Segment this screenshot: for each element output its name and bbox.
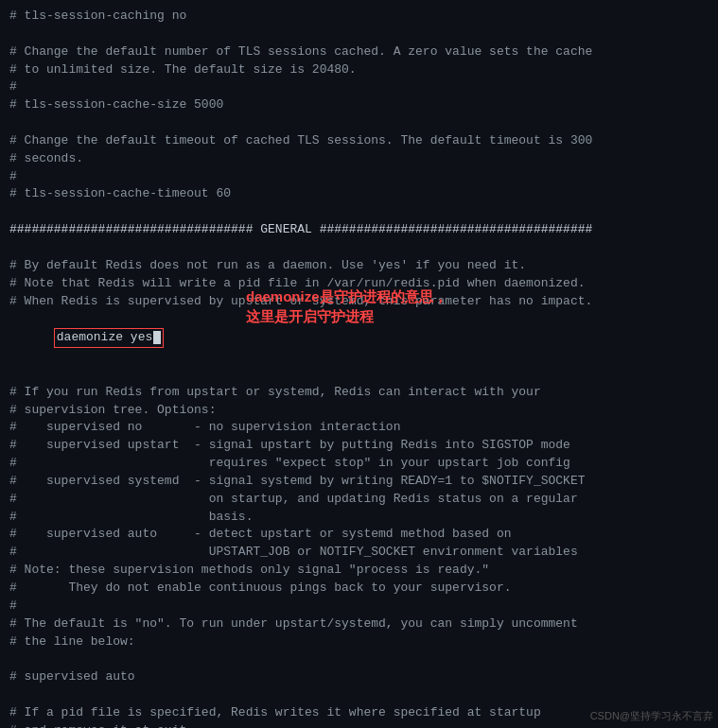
line-33: # The default is "no". To run under upst… xyxy=(9,615,709,633)
line-8: # Change the default timeout of cached T… xyxy=(9,132,709,150)
line-29: # UPSTART_JOB or NOTIFY_SOCKET environme… xyxy=(9,544,709,562)
line-2 xyxy=(9,26,709,43)
line-34: # the line below: xyxy=(9,633,709,651)
line-22: # supervised no - no supervision interac… xyxy=(9,419,709,437)
line-20: # If you run Redis from upstart or syste… xyxy=(9,384,709,402)
line-23: # supervised upstart - signal upstart by… xyxy=(9,437,709,455)
line-14 xyxy=(9,239,709,257)
line-27: # basis. xyxy=(9,509,709,527)
annotation-line-1: daemonize是守护进程的意思， xyxy=(246,288,447,306)
terminal-content: # tls-session-caching no # Change the de… xyxy=(9,8,709,728)
daemonize-command: daemonize yes xyxy=(54,328,164,348)
line-24: # requires "expect stop" in your upstart… xyxy=(9,455,709,473)
line-35 xyxy=(9,650,709,668)
line-1: # tls-session-caching no xyxy=(9,8,709,26)
line-26: # on startup, and updating Redis status … xyxy=(9,491,709,509)
line-3: # Change the default number of TLS sessi… xyxy=(9,43,709,61)
line-15: # By default Redis does not run as a dae… xyxy=(9,257,709,275)
line-12 xyxy=(9,203,709,221)
line-30: # Note: these supervision methods only s… xyxy=(9,562,709,580)
watermark: CSDN@坚持学习永不言弃 xyxy=(590,709,713,723)
line-separator: ################################# GENERA… xyxy=(9,221,709,239)
line-37 xyxy=(9,686,709,704)
line-9: # seconds. xyxy=(9,150,709,168)
annotation-line-2: 这里是开启守护进程 xyxy=(246,308,447,326)
line-36: # supervised auto xyxy=(9,668,709,686)
cursor xyxy=(153,331,161,344)
line-28: # supervised auto - detect upstart or sy… xyxy=(9,526,709,544)
line-10: # xyxy=(9,168,709,186)
line-31: # They do not enable continuous pings ba… xyxy=(9,580,709,598)
line-4: # to unlimited size. The default size is… xyxy=(9,61,709,79)
line-21: # supervision tree. Options: xyxy=(9,402,709,420)
line-19 xyxy=(9,366,709,384)
terminal-window: # tls-session-caching no # Change the de… xyxy=(0,0,718,728)
line-25: # supervised systemd - signal systemd by… xyxy=(9,473,709,491)
line-6: # tls-session-cache-size 5000 xyxy=(9,96,709,114)
line-11: # tls-session-cache-timeout 60 xyxy=(9,185,709,203)
annotation-container: daemonize是守护进程的意思， 这里是开启守护进程 xyxy=(246,288,447,326)
line-5: # xyxy=(9,78,709,96)
line-32: # xyxy=(9,598,709,615)
line-7 xyxy=(9,114,709,132)
